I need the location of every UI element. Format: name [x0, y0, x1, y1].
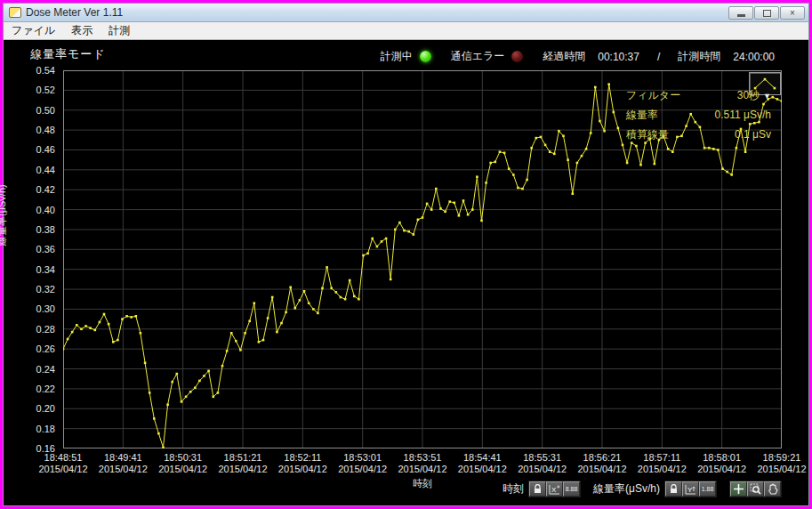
close-icon: ×	[790, 9, 795, 18]
scale-format-icon: 1.88	[702, 486, 714, 492]
lock-icon	[670, 484, 678, 494]
y-tick-label: 0.30	[4, 303, 55, 314]
measuring-led-icon	[420, 51, 431, 62]
elapsed-time-label: 経過時間	[543, 49, 585, 64]
y-tick-label: 0.52	[4, 85, 55, 95]
y-tick-label: 0.26	[4, 343, 55, 354]
graph-palette-toolbar: 時刻 X 8.88 線量率(μSv/h) Y	[502, 481, 782, 497]
comm-error-led-icon	[511, 51, 523, 62]
y-autoscale-button[interactable]: Y	[682, 481, 699, 497]
crosshair-icon	[733, 483, 744, 495]
y-tick-label: 0.44	[4, 165, 55, 175]
x-tick-label: 18:56:212015/04/12	[577, 452, 626, 475]
app-icon	[9, 7, 21, 18]
maximize-icon	[763, 10, 771, 17]
x-tick-label: 18:55:312015/04/12	[518, 452, 567, 475]
y-scale-group-label: 線量率(μSv/h)	[593, 481, 660, 497]
screenshot-frame: Dose Meter Ver 1.11 × ファイル 表示 計測 線量率モード …	[0, 0, 812, 509]
y-tick-label: 0.24	[4, 364, 55, 375]
x-tick-label: 18:50:312015/04/12	[158, 452, 207, 475]
menu-bar: ファイル 表示 計測	[4, 22, 808, 40]
y-tick-label: 0.50	[4, 105, 55, 116]
x-scale-group-label: 時刻	[502, 481, 524, 497]
filter-label: フィルター	[626, 88, 680, 103]
x-tick-label: 18:49:412015/04/12	[99, 452, 148, 475]
measuring-label: 計測中	[381, 49, 413, 64]
magnifier-icon	[750, 483, 761, 495]
x-autoscale-button[interactable]: X	[546, 481, 563, 497]
x-tick-label: 18:48:512015/04/12	[38, 452, 87, 475]
time-separator: /	[657, 51, 660, 63]
comm-error-label: 通信エラー	[451, 49, 505, 64]
x-tick-label: 18:57:112015/04/12	[638, 452, 687, 475]
title-bar[interactable]: Dose Meter Ver 1.11 ×	[4, 4, 808, 22]
y-tick-label: 0.20	[4, 403, 55, 414]
measure-duration-label: 計測時間	[678, 49, 720, 64]
menu-measure[interactable]: 計測	[100, 21, 138, 40]
svg-text:X: X	[551, 486, 557, 494]
hand-icon	[768, 483, 778, 495]
y-tick-label: 0.40	[4, 205, 55, 215]
accumulated-dose-label: 積算線量	[626, 127, 669, 142]
x-scale-format-button[interactable]: 8.88	[563, 481, 580, 497]
y-tick-label: 0.34	[4, 264, 55, 275]
menu-view[interactable]: 表示	[63, 21, 100, 40]
readout-overlay: フィルター 30秒▼ 線量率 0.511 μSv/h 積算線量 0.1 μSv	[626, 85, 771, 144]
lock-icon	[534, 484, 542, 494]
x-tick-label: 18:59:212015/04/12	[757, 452, 806, 475]
x-axis-title: 時刻	[413, 477, 432, 490]
status-row: 計測中 通信エラー 経過時間 00:10:37 / 計測時間 24:00:00	[381, 49, 775, 64]
pan-tool-button[interactable]	[764, 481, 781, 497]
autoscale-y-icon: Y	[685, 484, 696, 495]
accumulated-dose-value: 0.1 μSv	[735, 128, 771, 141]
y-tick-label: 0.54	[4, 65, 55, 76]
close-button[interactable]: ×	[780, 6, 805, 20]
cursor-tool-button[interactable]	[730, 481, 747, 497]
x-tick-label: 18:53:512015/04/12	[398, 452, 446, 475]
y-tick-label: 0.42	[4, 184, 55, 195]
y-scale-format-button[interactable]: 1.88	[699, 481, 716, 497]
y-tick-label: 0.48	[4, 125, 55, 135]
y-tick-label: 0.18	[4, 424, 55, 434]
svg-text:Y: Y	[687, 486, 693, 494]
maximize-button[interactable]	[754, 6, 779, 20]
y-tick-label: 0.32	[4, 284, 55, 295]
measure-duration-value: 24:00:00	[733, 51, 775, 63]
scale-format-icon: 8.88	[566, 486, 578, 492]
dose-rate-label: 線量率	[626, 108, 658, 123]
y-scale-lock-button[interactable]	[665, 481, 682, 497]
y-tick-label: 0.46	[4, 144, 55, 155]
x-tick-label: 18:58:012015/04/12	[697, 452, 746, 475]
main-area: 線量率モード 計測中 通信エラー 経過時間 00:10:37 / 計測時間 24…	[4, 41, 808, 505]
window-title: Dose Meter Ver 1.11	[26, 6, 123, 19]
zoom-tool-button[interactable]	[747, 481, 764, 497]
x-tick-label: 18:52:112015/04/12	[278, 452, 327, 475]
x-scale-lock-button[interactable]	[529, 481, 546, 497]
minimize-icon	[737, 14, 745, 17]
autoscale-x-icon: X	[549, 484, 560, 495]
x-tick-label: 18:54:412015/04/12	[458, 452, 507, 475]
dose-rate-value: 0.511 μSv/h	[715, 109, 771, 121]
elapsed-time-value: 00:10:37	[598, 51, 639, 63]
filter-dropdown[interactable]: 30秒▼	[737, 88, 771, 103]
y-tick-label: 0.36	[4, 244, 55, 254]
y-tick-label: 0.28	[4, 324, 55, 335]
chevron-down-icon: ▼	[763, 92, 771, 101]
y-tick-label: 0.38	[4, 224, 55, 235]
minimize-button[interactable]	[728, 6, 753, 20]
menu-file[interactable]: ファイル	[4, 21, 63, 40]
y-tick-label: 0.22	[4, 384, 55, 394]
x-tick-label: 18:51:212015/04/12	[218, 452, 267, 475]
x-tick-label: 18:53:012015/04/12	[338, 452, 387, 475]
app-window: Dose Meter Ver 1.11 × ファイル 表示 計測 線量率モード …	[3, 3, 809, 506]
page-title: 線量率モード	[30, 46, 106, 62]
